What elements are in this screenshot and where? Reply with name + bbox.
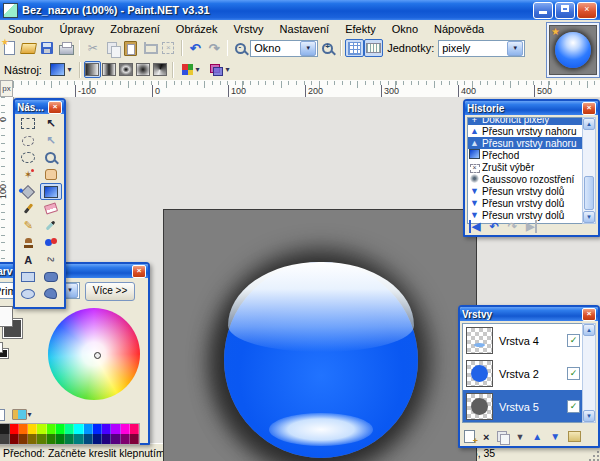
- tool-pan[interactable]: [40, 166, 63, 183]
- scroll-down-icon[interactable]: ▼: [583, 410, 595, 422]
- ruler-toggle-button[interactable]: [364, 39, 383, 57]
- palette-color-cell[interactable]: [93, 424, 102, 434]
- tool-paint-bucket[interactable]: [17, 183, 40, 200]
- history-item[interactable]: ×Zrušit výběr: [468, 161, 583, 173]
- more-button[interactable]: Více >>: [85, 282, 135, 301]
- palette-color-cell[interactable]: [56, 434, 65, 444]
- history-undo-button[interactable]: ↶: [489, 220, 498, 233]
- palette-color-cell[interactable]: [65, 434, 74, 444]
- color-mode-dropdown-icon[interactable]: ▾: [195, 65, 199, 74]
- menu-nastaveni[interactable]: Nastavení: [272, 22, 338, 36]
- combo-arrow-icon[interactable]: ▾: [300, 41, 316, 56]
- gradient-diamond-button[interactable]: [118, 61, 135, 78]
- menu-efekty[interactable]: Efekty: [337, 22, 384, 36]
- colors-close-button[interactable]: ×: [132, 265, 146, 278]
- palette-color-cell[interactable]: [74, 434, 83, 444]
- menu-obrazek[interactable]: Obrázek: [168, 22, 226, 36]
- history-window-titlebar[interactable]: Historie ×: [465, 101, 598, 115]
- copy-button[interactable]: [102, 39, 121, 57]
- history-scrollbar[interactable]: ▲ ▼: [582, 117, 596, 224]
- palette-color-cell[interactable]: [37, 424, 46, 434]
- palette-color-cell[interactable]: [84, 424, 93, 434]
- delete-layer-button[interactable]: ×: [483, 431, 489, 443]
- palette-color-cell[interactable]: [121, 434, 130, 444]
- history-item-selected[interactable]: ▲Přesun vrstvy nahoru: [468, 137, 583, 149]
- tool-freeform-shape[interactable]: [40, 285, 63, 302]
- maximize-button[interactable]: [555, 2, 575, 19]
- resize-grip[interactable]: [587, 449, 600, 461]
- layers-window-titlebar[interactable]: Vrstvy ×: [460, 307, 598, 321]
- duplicate-layer-button[interactable]: [497, 431, 507, 442]
- tool-recolor[interactable]: [40, 234, 63, 251]
- paste-button[interactable]: [121, 39, 140, 57]
- tool-dropdown-icon[interactable]: ▾: [67, 65, 71, 74]
- tool-color-picker[interactable]: [40, 217, 63, 234]
- gradient-linear-button[interactable]: [84, 61, 101, 78]
- history-item[interactable]: Přechod: [468, 149, 583, 161]
- tool-rectangle[interactable]: [17, 268, 40, 285]
- palette-color-cell[interactable]: [56, 424, 65, 434]
- palette-color-cell[interactable]: [74, 424, 83, 434]
- gradient-color-mode-button[interactable]: ▾: [177, 61, 205, 79]
- menu-soubor[interactable]: Soubor: [0, 22, 51, 36]
- palette-color-cell[interactable]: [130, 424, 139, 434]
- palette-menu-button[interactable]: ▾: [10, 408, 34, 421]
- redo-button[interactable]: ↷: [205, 39, 224, 57]
- default-colors-swatch[interactable]: [0, 342, 3, 353]
- menu-zobrazeni[interactable]: Zobrazení: [102, 22, 168, 36]
- primary-color-swatch[interactable]: [0, 306, 13, 327]
- layer-row[interactable]: Vrstva 2 ✓: [463, 357, 583, 390]
- palette-color-cell[interactable]: [37, 434, 46, 444]
- palette-color-cell[interactable]: [28, 434, 37, 444]
- scroll-up-icon[interactable]: ▲: [583, 324, 595, 336]
- palette-color-cell[interactable]: [130, 434, 139, 444]
- gradient-conical-button[interactable]: [152, 61, 169, 78]
- grid-toggle-button[interactable]: [345, 39, 364, 57]
- color-wheel[interactable]: [48, 308, 140, 400]
- tools-window-titlebar[interactable]: Nás... ×: [15, 100, 64, 114]
- tool-clone-stamp[interactable]: [17, 234, 40, 251]
- history-close-button[interactable]: ×: [582, 102, 596, 115]
- tool-ellipse-select[interactable]: [17, 149, 40, 166]
- tool-rectangle-select[interactable]: [17, 115, 40, 132]
- color-wheel-marker[interactable]: [94, 352, 101, 359]
- palette-color-cell[interactable]: [65, 424, 74, 434]
- add-layer-button[interactable]: [464, 430, 475, 443]
- palette-color-cell[interactable]: [121, 424, 130, 434]
- canvas[interactable]: [163, 209, 477, 461]
- tool-line-curve[interactable]: ∿: [40, 251, 63, 268]
- tool-move-selection[interactable]: ↖: [40, 132, 63, 149]
- gradient-radial-button[interactable]: [135, 61, 152, 78]
- tools-close-button[interactable]: ×: [48, 101, 62, 114]
- tool-zoom[interactable]: [40, 149, 63, 166]
- add-palette-button[interactable]: [0, 408, 7, 421]
- combo-arrow-icon[interactable]: ▾: [507, 41, 523, 56]
- undo-button[interactable]: ↶: [186, 39, 205, 57]
- blend-mode-dropdown-icon[interactable]: ▾: [225, 65, 229, 74]
- color-palette[interactable]: [0, 423, 140, 445]
- palette-color-cell[interactable]: [111, 424, 120, 434]
- layer-row[interactable]: Vrstva 4 ✓: [463, 324, 583, 357]
- new-button[interactable]: ★: [0, 39, 19, 57]
- merge-layer-down-button[interactable]: ▼: [515, 432, 524, 442]
- tool-eraser[interactable]: [40, 200, 63, 217]
- cut-button[interactable]: ✂: [83, 39, 102, 57]
- layers-close-button[interactable]: ×: [582, 308, 596, 321]
- history-item[interactable]: ▼Přesun vrstvy dolů: [468, 185, 583, 197]
- tool-text[interactable]: A: [17, 251, 40, 268]
- menu-okno[interactable]: Okno: [384, 22, 426, 36]
- print-button[interactable]: [57, 39, 76, 57]
- minimize-button[interactable]: [533, 2, 553, 19]
- palette-color-cell[interactable]: [47, 434, 56, 444]
- palette-color-cell[interactable]: [47, 424, 56, 434]
- menu-vrstvy[interactable]: Vrstvy: [225, 22, 271, 36]
- palette-color-cell[interactable]: [10, 434, 19, 444]
- zoom-out-button[interactable]: -: [231, 39, 250, 57]
- tool-gradient[interactable]: [40, 183, 63, 200]
- tool-pencil[interactable]: ✎: [17, 217, 40, 234]
- palette-color-cell[interactable]: [19, 424, 28, 434]
- scrollbar-thumb[interactable]: [584, 176, 594, 210]
- blend-mode-button[interactable]: ▾: [205, 61, 235, 79]
- scroll-up-icon[interactable]: ▲: [583, 118, 595, 130]
- palette-color-cell[interactable]: [10, 424, 19, 434]
